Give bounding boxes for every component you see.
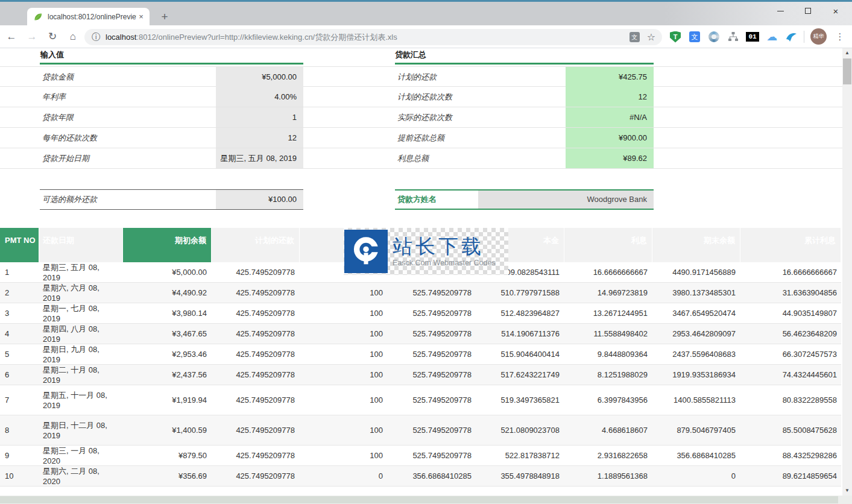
table-cell: ¥3,980.14	[123, 303, 212, 323]
table-cell: 3467.6549520474	[652, 303, 740, 323]
spring-leaf-icon	[33, 12, 43, 22]
table-cell: 510.7797971588	[476, 283, 564, 303]
table-cell: 14.969723819	[564, 283, 652, 303]
scroll-down-icon[interactable]: ▼	[842, 486, 852, 496]
table-row: 9星期三, 一月 08, 2020¥879.50425.749520977810…	[0, 446, 841, 466]
table-cell: 80.8322289558	[740, 385, 841, 415]
close-button[interactable]: ×	[822, 2, 850, 20]
scroll-up-icon[interactable]: ▲	[842, 48, 852, 58]
table-cell: 517.6243221749	[476, 365, 564, 385]
table-cell: 425.7495209778	[212, 283, 300, 303]
extra-payment-value: ¥100.00	[216, 190, 303, 209]
table-cell: 1919.9353186934	[652, 365, 740, 385]
url-path: :8012/onlinePreview?url=http://kkfilevie…	[136, 33, 397, 42]
table-cell: 879.5046797405	[652, 415, 740, 445]
table-cell: 0	[300, 466, 388, 486]
summary-section-underline	[395, 63, 654, 65]
reload-icon[interactable]: ↻	[43, 28, 62, 45]
table-cell: 5	[0, 344, 39, 364]
table-cell: 星期日, 十二月 08, 2019	[39, 415, 123, 445]
summary-label: 计划的还款	[395, 67, 566, 87]
tab-title: localhost:8012/onlinePreview?	[48, 13, 136, 21]
table-cell: 10	[0, 466, 39, 486]
table-cell: 9.8448809364	[564, 344, 652, 364]
browser-tab[interactable]: localhost:8012/onlinePreview? ×	[27, 8, 150, 25]
lender-value: Woodgrove Bank	[478, 191, 654, 209]
swirl-extension-icon[interactable]	[707, 28, 721, 46]
translate-extension-icon[interactable]: 文	[687, 28, 702, 46]
vertical-scroll-thumb[interactable]	[843, 58, 851, 84]
summary-value: #N/A	[566, 107, 654, 127]
new-tab-button[interactable]: +	[157, 9, 172, 25]
sheet-row: 年利率 4.00% 计划的还款次数 12	[0, 87, 842, 107]
tab-strip: localhost:8012/onlinePreview? × + ×	[0, 2, 852, 25]
input-label: 每年的还款次数	[40, 128, 216, 148]
sheet-row: 贷款年限 1 实际的还款次数 #N/A	[0, 107, 842, 128]
table-cell: 425.7495209778	[212, 415, 300, 445]
page-info-icon[interactable]: ⓘ	[92, 32, 100, 43]
table-row: 5星期日, 九月 08, 2019¥2,953.46425.7495209778…	[0, 344, 841, 365]
table-cell: 525.7495209778	[388, 415, 476, 445]
table-cell: ¥356.69	[123, 466, 212, 486]
table-cell: 31.6363904856	[740, 283, 841, 303]
table-cell: 8.1251988029	[564, 365, 652, 385]
input-value: 星期三, 五月 08, 2019	[216, 148, 303, 168]
minimize-button[interactable]	[766, 2, 794, 20]
toolbar-divider	[804, 31, 804, 43]
address-bar[interactable]: ⓘ localhost:8012/onlinePreview?url=http:…	[84, 29, 662, 45]
bird-extension-icon[interactable]	[784, 28, 798, 46]
table-cell: 星期三, 一月 08, 2020	[39, 446, 123, 465]
column-header: 累计利息	[740, 228, 841, 262]
forward-icon: →	[23, 28, 41, 45]
table-cell: ¥879.50	[123, 446, 212, 465]
shield-extension-icon[interactable]: T	[668, 28, 683, 46]
sitemap-extension-icon[interactable]	[726, 28, 740, 46]
table-cell: 356.6868410285	[652, 446, 740, 465]
horizontal-scrollbar[interactable]	[0, 496, 852, 504]
back-icon[interactable]: ←	[2, 28, 21, 45]
vertical-scrollbar[interactable]: ▲ ▼	[842, 48, 852, 496]
table-cell: 100	[300, 324, 388, 344]
summary-section-title: 贷款汇总	[395, 49, 426, 61]
table-cell: 522.817838712	[476, 446, 564, 465]
table-cell: 355.4978848918	[476, 466, 564, 486]
table-cell: 525.7495209778	[388, 446, 476, 465]
maximize-button[interactable]	[794, 2, 822, 20]
input-value: ¥5,000.00	[216, 67, 303, 87]
easck-logo-icon	[344, 230, 388, 273]
table-cell: 525.7495209778	[388, 303, 476, 323]
table-row: 2星期六, 六月 08, 2019¥4,490.92425.7495209778…	[0, 283, 841, 303]
table-cell: ¥4,490.92	[123, 283, 212, 303]
tab-close-icon[interactable]: ×	[136, 12, 146, 22]
table-cell: 3980.1373485301	[652, 283, 740, 303]
table-cell: 星期一, 七月 08, 2019	[39, 303, 123, 323]
table-cell: 16.6666666667	[740, 262, 841, 282]
table-cell: 425.7495209778	[212, 365, 300, 385]
table-row: 4星期四, 八月 08, 2019¥3,467.65425.7495209778…	[0, 324, 841, 344]
table-cell: 66.3072457573	[740, 344, 841, 364]
sheet-row: 贷款金额 ¥5,000.00 计划的还款 ¥425.75	[0, 66, 842, 87]
summary-label: 实际的还款次数	[395, 107, 566, 127]
badge-01-extension-icon[interactable]: 01	[745, 28, 760, 46]
extension-icons: T 文 01 ☁	[668, 28, 798, 46]
input-label: 贷款金额	[40, 67, 216, 87]
table-cell: 0	[652, 466, 740, 486]
table-cell: 425.7495209778	[212, 344, 300, 364]
home-icon[interactable]: ⌂	[64, 28, 82, 45]
table-cell: 2	[0, 283, 39, 303]
bookmark-star-icon[interactable]: ☆	[647, 31, 655, 43]
column-header: 计划的还款	[212, 228, 300, 262]
url-text[interactable]: localhost:8012/onlinePreview?url=http://…	[106, 32, 630, 43]
cloud-extension-icon[interactable]: ☁	[765, 28, 779, 46]
horizontal-scroll-thumb[interactable]	[0, 496, 838, 503]
column-header: 利息	[564, 228, 652, 262]
table-cell: 85.5008475628	[740, 415, 841, 445]
translate-icon[interactable]: 文	[630, 32, 640, 42]
table-cell: 88.4325298286	[740, 446, 841, 465]
menu-kebab-icon[interactable]: ⋮	[833, 28, 847, 45]
table-cell: ¥5,000.00	[123, 262, 212, 282]
column-header: PMT NO	[0, 228, 39, 262]
table-cell: 9	[0, 446, 39, 465]
profile-avatar[interactable]: 精华	[810, 28, 827, 45]
table-cell: 74.4324445601	[740, 365, 841, 385]
